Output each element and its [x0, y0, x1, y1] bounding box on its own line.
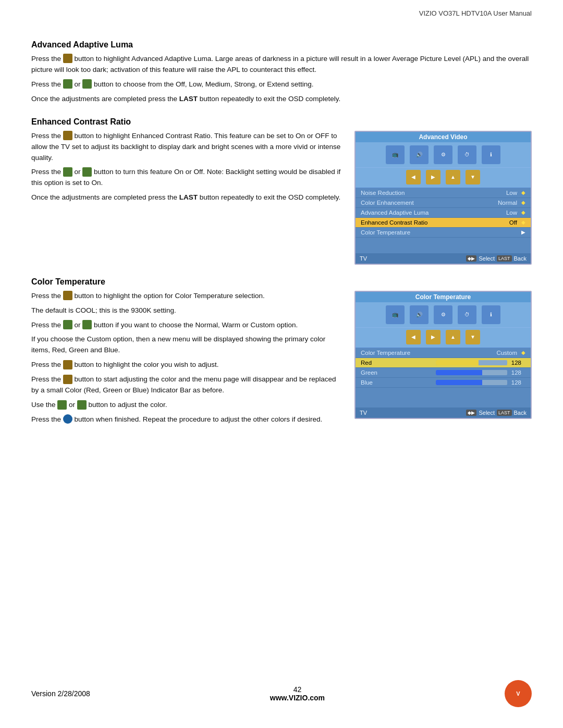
tv-icon-timer: ⏱: [458, 145, 476, 164]
red-bar-fill: [436, 360, 479, 365]
green-bar-fill: [436, 370, 482, 375]
right-button-icon: [82, 79, 92, 89]
ct-select-label: Select: [479, 410, 495, 416]
color-temp-para7: Use the or button to adjust the color.: [31, 400, 344, 411]
ct-icon-settings: ⚙: [434, 305, 452, 324]
tv-menu-ecr: Enhanced Contrast Ratio Off ◆: [356, 218, 531, 228]
advanced-video-footer: TV ◆▶ Select LAST Back: [356, 253, 531, 264]
color-temp-para2: The default is COOL; this is the 9300K s…: [31, 305, 344, 316]
ct-icon-sm3: ▲: [446, 330, 460, 344]
footer-center: 42 www.VIZIO.com: [90, 685, 505, 702]
color-temp-text: Press the button to highlight the option…: [31, 291, 344, 429]
left-btn-icon4: [57, 400, 67, 410]
ct-icons-row1: 📺 🔊 ⚙ ⏱ ℹ: [356, 302, 531, 328]
ct-menu-green: Green 128: [356, 368, 531, 378]
tv-menu-adaptive-luma: Advanced Adaptive Luma Low ◆: [356, 208, 531, 218]
v-btn-icon: [63, 414, 72, 424]
enhanced-contrast-text: Press the button to highlight Enhanced C…: [31, 131, 344, 207]
tv-icon-sm4: ▼: [466, 170, 480, 184]
select-back-label: Select: [479, 255, 495, 262]
ct-footer-tv-label: TV: [360, 410, 367, 416]
ct-menu-spacer: [356, 388, 531, 408]
left-button-icon: [63, 79, 72, 89]
tv-icon-sm2: ▶: [426, 170, 440, 184]
ct-icon-sm4: ▼: [466, 330, 480, 344]
color-temperature-section: Color Temperature Press the button to hi…: [31, 277, 532, 429]
advanced-video-tv-screen: Advanced Video 📺 🔊 ⚙ ⏱ ℹ ◀ ▶ ▲ ▼: [354, 131, 532, 265]
left-btn-icon3: [63, 320, 72, 329]
blue-bar-fill: [436, 380, 482, 385]
ct-icon-info: ℹ: [482, 305, 500, 324]
enhanced-contrast-section: Enhanced Contrast Ratio Press the button…: [31, 117, 532, 265]
tv-menu-noise: Noise Reduction Low ◆: [356, 188, 531, 198]
enhanced-contrast-title: Enhanced Contrast Ratio: [31, 117, 532, 127]
tv-footer-controls: ◆▶ Select LAST Back: [466, 255, 527, 262]
page-header: VIZIO VO37L HDTV10A User Manual: [0, 0, 563, 22]
color-temp-footer: TV ◆▶ Select LAST Back: [356, 408, 531, 418]
last-icon: LAST: [497, 255, 512, 262]
advanced-video-menu: Noise Reduction Low ◆ Color Enhancement …: [356, 188, 531, 253]
ct-icon-monitor: 📺: [386, 305, 405, 324]
tv-icon-audio: 🔊: [410, 145, 429, 164]
adaptive-luma-para1: Press the button to highlight Advanced A…: [31, 54, 532, 76]
tv-screen-title: Advanced Video: [356, 132, 531, 142]
color-temp-para6: Press the button to start adjusting the …: [31, 374, 344, 396]
color-temp-para4: If you choose the Custom option, then a …: [31, 334, 344, 356]
ct-icon-audio: 🔊: [410, 305, 429, 324]
ct-menu-blue: Blue 128: [356, 378, 531, 388]
tv-menu-spacer: [356, 238, 531, 253]
ct-footer-controls: ◆▶ Select LAST Back: [466, 410, 527, 416]
color-temp-tv-screen: Color Temperature 📺 🔊 ⚙ ⏱ ℹ ◀ ▶ ▲ ▼: [354, 291, 532, 419]
left-btn-icon2: [63, 167, 72, 177]
tv-icon-monitor: 📺: [386, 145, 405, 164]
enhanced-contrast-para1: Press the button to highlight Enhanced C…: [31, 131, 344, 164]
tv-icon-info: ℹ: [482, 145, 500, 164]
color-temp-para3: Press the or button if you want to choos…: [31, 320, 344, 331]
adaptive-luma-title: Advanced Adaptive Luma: [31, 40, 532, 50]
ok-btn-icon5: [63, 375, 72, 384]
page-footer: Version 2/28/2008 42 www.VIZIO.com V: [31, 680, 532, 707]
ok-button-icon2: [63, 131, 72, 140]
ct-menu-temp: Color Temperature Custom ◆: [356, 348, 531, 358]
color-temp-screen: Color Temperature 📺 🔊 ⚙ ⏱ ℹ ◀ ▶ ▲ ▼: [354, 291, 532, 419]
adaptive-luma-body: Press the button to highlight Advanced A…: [31, 54, 532, 105]
color-temp-para8: Press the button when finished. Repeat t…: [31, 414, 344, 425]
vizio-logo: V: [505, 680, 532, 707]
ok-button-icon: [63, 54, 72, 63]
color-temp-menu: Color Temperature Custom ◆ Red 128: [356, 348, 531, 408]
advanced-video-screen: Advanced Video 📺 🔊 ⚙ ⏱ ℹ ◀ ▶ ▲ ▼: [354, 131, 532, 265]
ok-btn-icon3: [63, 291, 72, 300]
tv-icon-settings: ⚙: [434, 145, 452, 164]
red-bar-container: [436, 360, 507, 365]
right-btn-icon3: [82, 320, 92, 329]
ct-icon-sm1: ◀: [406, 330, 421, 344]
tv-footer-tv-label: TV: [360, 255, 367, 262]
tv-menu-color-temp: Color Temperature ▶: [356, 228, 531, 238]
ct-back-label: Back: [514, 410, 527, 416]
color-temp-title: Color Temperature: [31, 277, 532, 287]
version-label: Version 2/28/2008: [31, 689, 90, 698]
color-temp-screen-title: Color Temperature: [356, 292, 531, 302]
adaptive-luma-para2: Press the or button to choose from the O…: [31, 79, 532, 90]
ct-icons-row2: ◀ ▶ ▲ ▼: [356, 328, 531, 348]
ct-last-icon: LAST: [497, 410, 512, 416]
tv-icons-row1: 📺 🔊 ⚙ ⏱ ℹ: [356, 142, 531, 168]
nav-arrows-icon: ◆▶: [466, 255, 476, 262]
enhanced-contrast-para3: Once the adjustments are completed press…: [31, 192, 344, 203]
back-label: Back: [514, 255, 527, 262]
ok-btn-icon4: [63, 360, 72, 369]
right-btn-icon2: [82, 167, 92, 177]
tv-icon-sm3: ▲: [446, 170, 460, 184]
blue-bar-container: [436, 380, 507, 385]
ct-menu-red: Red 128: [356, 358, 531, 368]
color-temp-layout: Press the button to highlight the option…: [31, 291, 532, 429]
tv-icons-row2: ◀ ▶ ▲ ▼: [356, 168, 531, 188]
ct-icon-timer: ⏱: [458, 305, 476, 324]
ct-icon-sm2: ▶: [426, 330, 440, 344]
tv-icon-sm1: ◀: [406, 170, 421, 184]
color-temp-para1: Press the button to highlight the option…: [31, 291, 344, 302]
page-content: Advanced Adaptive Luma Press the button …: [0, 22, 563, 460]
adaptive-luma-para3: Once the adjustments are completed press…: [31, 94, 532, 105]
ct-nav-arrows-icon: ◆▶: [466, 410, 476, 416]
green-bar-container: [436, 370, 507, 375]
